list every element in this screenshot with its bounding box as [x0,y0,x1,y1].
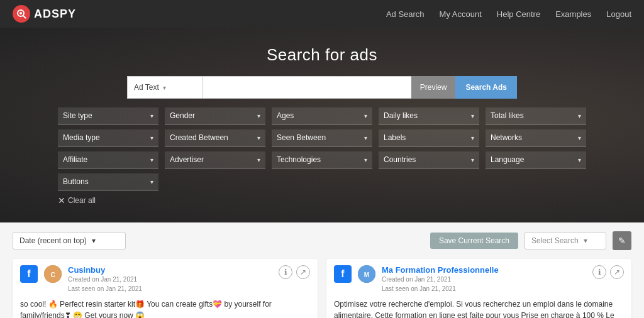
nav-my-account[interactable]: My Account [440,9,482,19]
edit-icon: ✎ [618,236,626,246]
filter-affiliate[interactable]: Affiliate ▾ [58,151,158,168]
ad-meta: Cusinbuy Created on Jan 21, 2021 Last se… [68,265,272,293]
svg-point-2 [19,12,22,14]
close-icon: ✕ [58,195,65,206]
filter-networks[interactable]: Networks ▾ [486,129,586,146]
created-date: Created on Jan 21, 2021 [382,275,586,284]
info-icon[interactable]: ℹ [279,265,292,279]
created-date: Created on Jan 21, 2021 [68,275,272,284]
filter-media-type[interactable]: Media type ▾ [58,129,158,146]
filter-seen-between[interactable]: Seen Between ▾ [272,129,372,146]
logo-icon [13,5,30,23]
info-icon[interactable]: ℹ [592,265,606,279]
chevron-down-icon: ▾ [578,112,581,119]
ad-body-text: Optimisez votre recherche d'emploi. Si v… [326,299,631,318]
ad-card-header: f M Ma Formation Professionnelle Created… [326,259,631,299]
ad-card: f C Cusinbuy Created on Jan 21, 2021 Las… [13,259,318,318]
filter-site-type[interactable]: Site type ▾ [58,107,158,124]
chevron-down-icon: ▾ [257,156,260,163]
chevron-down-icon: ▾ [257,134,260,141]
filter-gender[interactable]: Gender ▾ [165,107,265,124]
last-seen-date: Last seen on Jan 21, 2021 [68,284,272,293]
filter-rows: Site type ▾ Gender ▾ Ages ▾ Daily likes … [58,107,586,206]
chevron-down-icon: ▾ [364,112,367,119]
filter-language[interactable]: Language ▾ [486,151,586,168]
ad-meta: Ma Formation Professionnelle Created on … [382,265,586,293]
chevron-down-icon: ▾ [92,236,96,245]
select-search-dropdown[interactable]: Select Search ▾ [525,232,606,249]
hero-section: Search for ads Ad Text ▾ Preview Search … [0,28,644,222]
nav-examples[interactable]: Examples [555,9,591,19]
chevron-down-icon: ▾ [471,134,474,141]
ad-actions: ℹ ↗ [279,265,310,279]
chevron-down-icon: ▾ [471,156,474,163]
svg-text:M: M [364,271,369,278]
nav-help-centre[interactable]: Help Centre [497,9,540,19]
advertiser-name[interactable]: Ma Formation Professionnelle [382,265,499,275]
preview-button[interactable]: Preview [411,76,456,99]
logo: ADSPY [13,5,76,23]
svg-line-1 [23,16,26,18]
nav-links: Ad Search My Account Help Centre Example… [386,9,631,19]
results-controls: Date (recent on top) ▾ Save Current Sear… [13,231,631,250]
search-type-dropdown[interactable]: Ad Text ▾ [127,76,203,99]
chevron-down-icon: ▾ [364,134,367,141]
chevron-down-icon: ▾ [150,156,153,163]
clear-all-button[interactable]: ✕ Clear all [58,195,96,206]
chevron-down-icon: ▾ [584,236,587,245]
search-ads-button[interactable]: Search Ads [455,76,517,99]
hero-content: Search for ads Ad Text ▾ Preview Search … [0,28,644,216]
ad-cards: f C Cusinbuy Created on Jan 21, 2021 Las… [13,259,631,318]
chevron-down-icon: ▾ [578,134,581,141]
filter-row-1: Site type ▾ Gender ▾ Ages ▾ Daily likes … [58,107,586,124]
filter-daily-likes[interactable]: Daily likes ▾ [379,107,479,124]
filter-row-4: Buttons ▾ [58,173,586,190]
filter-labels[interactable]: Labels ▾ [379,129,479,146]
external-link-icon[interactable]: ↗ [296,265,310,279]
logo-text: ADSPY [34,8,76,21]
filter-total-likes[interactable]: Total likes ▾ [486,107,586,124]
chevron-down-icon: ▾ [471,112,474,119]
facebook-icon: f [20,265,38,283]
svg-text:C: C [50,271,55,278]
search-input[interactable] [203,76,411,99]
filter-countries[interactable]: Countries ▾ [379,151,479,168]
chevron-down-icon: ▾ [150,134,153,141]
select-search-label: Select Search [531,236,579,245]
external-link-icon[interactable]: ↗ [610,265,624,279]
last-seen-date: Last seen on Jan 21, 2021 [382,284,586,293]
filter-buttons[interactable]: Buttons ▾ [58,173,158,190]
search-type-label: Ad Text [134,83,159,92]
filter-ages[interactable]: Ages ▾ [272,107,372,124]
advertiser-name[interactable]: Cusinbuy [68,265,105,275]
chevron-down-icon: ▾ [150,178,153,185]
filter-advertiser[interactable]: Advertiser ▾ [165,151,265,168]
filter-created-between[interactable]: Created Between ▾ [165,129,265,146]
ad-card: f M Ma Formation Professionnelle Created… [326,259,631,318]
sort-label: Date (recent on top) [19,236,87,245]
edit-button[interactable]: ✎ [613,231,631,250]
filter-clear-row: ✕ Clear all [58,195,586,206]
sort-dropdown[interactable]: Date (recent on top) ▾ [13,232,126,249]
filter-row-2: Media type ▾ Created Between ▾ Seen Betw… [58,129,586,146]
chevron-down-icon: ▾ [257,112,260,119]
results-section: Date (recent on top) ▾ Save Current Sear… [0,222,644,318]
facebook-icon: f [334,265,352,283]
hero-title: Search for ads [267,45,377,65]
avatar: M [358,265,375,283]
filter-row-3: Affiliate ▾ Advertiser ▾ Technologies ▾ … [58,151,586,168]
save-search-button[interactable]: Save Current Search [430,233,518,249]
search-bar: Ad Text ▾ Preview Search Ads [127,76,517,99]
nav-logout[interactable]: Logout [606,9,631,19]
search-type-chevron: ▾ [163,84,166,91]
avatar: C [44,265,62,283]
ad-body-text: so cool! 🔥 Perfect resin starter kit🎁 Yo… [13,299,318,318]
filter-technologies[interactable]: Technologies ▾ [272,151,372,168]
ad-card-header: f C Cusinbuy Created on Jan 21, 2021 Las… [13,259,318,299]
chevron-down-icon: ▾ [364,156,367,163]
ad-actions: ℹ ↗ [592,265,624,279]
chevron-down-icon: ▾ [150,112,153,119]
chevron-down-icon: ▾ [578,156,581,163]
navbar: ADSPY Ad Search My Account Help Centre E… [0,0,644,28]
nav-ad-search[interactable]: Ad Search [386,9,425,19]
